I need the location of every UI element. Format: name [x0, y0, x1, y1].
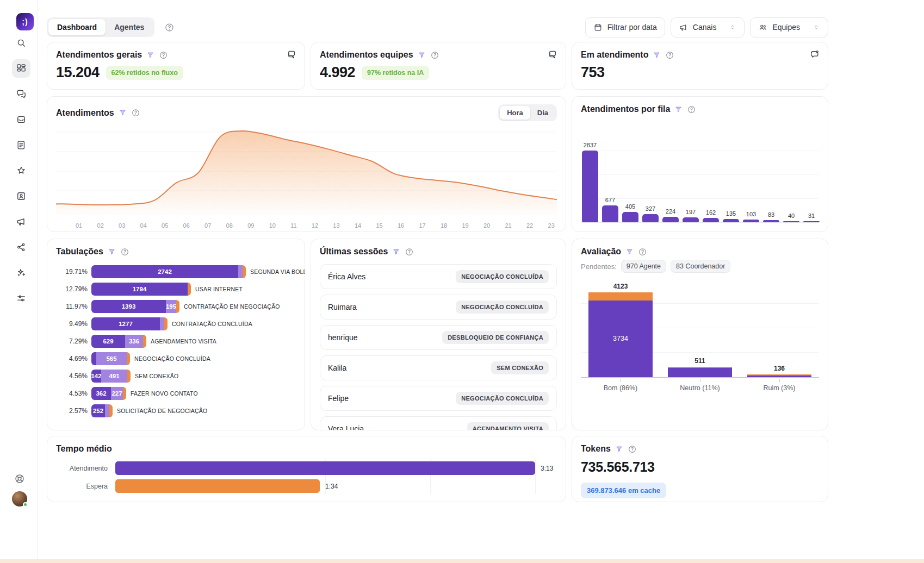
bar [743, 220, 759, 222]
tabulacao-row[interactable]: 4.53%362227FAZER NOVO CONTATO [56, 387, 296, 400]
help-icon[interactable] [164, 22, 175, 33]
chat-bubbles-icon[interactable] [286, 49, 297, 60]
x-tick: 15 [376, 222, 382, 229]
filter-funnel-icon[interactable] [653, 51, 661, 59]
bar-value-label: 31 [808, 212, 815, 219]
stacked-bar: 2742 [91, 265, 246, 278]
filter-funnel-icon[interactable] [674, 105, 683, 114]
bar-total-label: 4123 [613, 283, 628, 290]
app-logo[interactable]: ;) [16, 13, 34, 30]
card-title: Atendimentos por fila [581, 104, 670, 114]
bar-value-label: 162 [706, 209, 716, 216]
filter-funnel-icon[interactable] [108, 248, 116, 256]
filter-funnel-icon[interactable] [625, 248, 634, 256]
help-circle-icon[interactable] [628, 445, 637, 454]
bar-value-label: 2837 [584, 142, 597, 148]
sidebar-item-megaphone[interactable] [12, 212, 30, 231]
charts-row: Atendimentos Hora Dia 010203040506070809… [47, 96, 828, 232]
users-icon [758, 23, 767, 32]
filter-funnel-icon[interactable] [392, 248, 400, 256]
tab-dashboard[interactable]: Dashboard [48, 19, 106, 35]
session-row[interactable]: FelipeNEGOCIAÇÃO CONCLUÍDA [320, 386, 557, 411]
bar-value-label: 224 [666, 208, 675, 215]
help-circle-icon[interactable] [131, 108, 140, 117]
tabulacao-row[interactable]: 2.57%252SOLICITAÇÃO DE NEGOCIAÇÃO [56, 404, 296, 417]
kpi-value: 753 [581, 64, 605, 81]
help-circle-icon[interactable] [687, 105, 696, 114]
toggle-hora[interactable]: Hora [500, 106, 530, 120]
tabulacao-row[interactable]: 9.49%1277CONTRATAÇÃO CONCLUÍDA [56, 317, 296, 330]
stacked-bar: 629336 [91, 335, 146, 348]
kpi-card-atendimentos-gerais: Atendimentos gerais 15.204 62% retidos n… [47, 42, 305, 90]
row-label: SEM CONEXÃO [135, 373, 178, 379]
tokens-value: 735.565.713 [581, 459, 819, 475]
row-label: AGENDAMENTO VISITA [151, 338, 216, 345]
user-avatar[interactable] [12, 491, 27, 506]
chat-dot-icon[interactable] [809, 49, 820, 60]
tabulacao-row[interactable]: 11.97%1393195CONTRATAÇÃO EM NEGOCIAÇÃO [56, 300, 296, 313]
x-tick: 05 [162, 222, 168, 229]
row-percent: 4.53% [56, 390, 88, 397]
axis-category: Neutro (11%) [668, 379, 732, 392]
atendimentos-chart-card: Atendimentos Hora Dia 010203040506070809… [47, 96, 566, 232]
help-circle-icon[interactable] [665, 51, 674, 60]
toggle-dia[interactable]: Dia [530, 106, 555, 120]
filter-buttons: Filtrar por data Canais Equipes [585, 17, 828, 37]
tabulacao-row[interactable]: 4.69%565NEGOCIAÇÃO CONCLUÍDA [56, 352, 296, 365]
tab-agentes[interactable]: Agentes [106, 19, 153, 35]
x-tick: 16 [398, 222, 404, 229]
row-label: NEGOCIAÇÃO CONCLUÍDA [134, 355, 210, 362]
sidebar-item-chats[interactable] [12, 85, 30, 103]
bar-value-label: 83 [768, 211, 774, 218]
fila-bar-group: 103 [743, 211, 759, 222]
stacked-bar: 1393195 [91, 300, 179, 313]
help-circle-icon[interactable] [638, 247, 647, 257]
channels-dropdown[interactable]: Canais [671, 17, 745, 37]
sidebar-item-sparkles[interactable] [12, 264, 30, 282]
filter-funnel-icon[interactable] [615, 445, 623, 453]
help-circle-icon[interactable] [405, 247, 414, 257]
fila-bar-group: 405 [622, 203, 638, 222]
session-row[interactable]: KalilaSEM CONEXÃO [320, 355, 557, 380]
chat-bubbles-icon[interactable] [547, 49, 558, 60]
session-name: Kalila [328, 364, 346, 372]
life-buoy-icon[interactable] [14, 473, 26, 485]
session-name: henrique [328, 333, 358, 342]
help-circle-icon[interactable] [430, 51, 439, 60]
sidebar-item-contact-card[interactable] [12, 187, 30, 205]
sidebar-item-star[interactable] [12, 161, 30, 180]
tabulacao-row[interactable]: 4.56%142491SEM CONEXÃO [56, 370, 296, 383]
bar-value-label: 405 [625, 203, 635, 210]
sidebar-item-dashboard[interactable] [12, 59, 30, 78]
help-circle-icon[interactable] [159, 51, 168, 60]
row-percent: 19.71% [56, 268, 88, 276]
tabulacao-row[interactable]: 12.79%1794USAR INTERNET [56, 283, 296, 296]
sidebar-item-search[interactable] [12, 34, 30, 52]
session-row[interactable]: henriqueDESBLOQUEIO DE CONFIANÇA [320, 325, 557, 350]
filter-funnel-icon[interactable] [418, 51, 426, 59]
tabulacao-row[interactable]: 19.71%2742SEGUNDA VIA BOLE [56, 265, 296, 278]
fila-bar-group: 197 [683, 209, 699, 222]
filter-funnel-icon[interactable] [119, 109, 127, 117]
teams-dropdown[interactable]: Equipes [750, 17, 828, 37]
sidebar-item-share-nodes[interactable] [12, 238, 30, 257]
sidebar-item-script[interactable] [12, 136, 30, 154]
session-row[interactable]: Érica AlvesNEGOCIAÇÃO CONCLUÍDA [320, 264, 557, 289]
sidebar-item-sliders[interactable] [12, 289, 30, 308]
bar-value-label: 40 [788, 212, 795, 219]
session-row[interactable]: Vera LuciaAGENDAMENTO VISITA [320, 416, 557, 430]
megaphone-icon [16, 216, 27, 227]
session-row[interactable]: RuimaraNEGOCIAÇÃO CONCLUÍDA [320, 295, 557, 320]
filter-date-button[interactable]: Filtrar por data [585, 17, 665, 37]
tabulacao-row[interactable]: 7.29%629336AGENDAMENTO VISITA [56, 335, 296, 348]
filter-funnel-icon[interactable] [146, 51, 154, 59]
row-percent: 4.69% [56, 355, 88, 362]
bar [723, 219, 739, 222]
x-tick: 18 [441, 222, 447, 229]
bar-segment-lilac [238, 265, 243, 278]
sessoes-card: Últimas sessões Érica AlvesNEGOCIAÇÃO CO… [311, 239, 566, 430]
tempo-value: 1:34 [325, 483, 338, 490]
tabulacoes-card: Tabulações 19.71%2742SEGUNDA VIA BOLE12.… [47, 239, 305, 430]
help-circle-icon[interactable] [120, 247, 129, 257]
sidebar-item-inbox[interactable] [12, 110, 30, 129]
